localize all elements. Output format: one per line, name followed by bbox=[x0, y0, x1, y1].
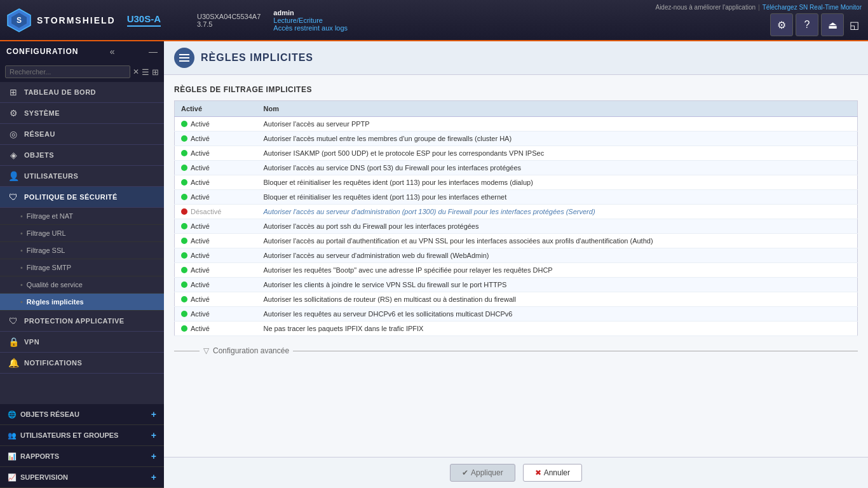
rule-name: Autoriser l'accès au port ssh du Firewal… bbox=[257, 219, 858, 234]
status-dot bbox=[181, 150, 187, 156]
status-cell: Activé bbox=[175, 132, 257, 146]
supervision-icon: 📈 bbox=[8, 473, 17, 482]
objets-reseau-label: OBJETS RÉSEAU bbox=[20, 410, 79, 418]
advanced-config-section: ▽ Configuration avancée bbox=[174, 346, 858, 355]
main-layout: CONFIGURATION « — ✕ ☰ ⊞ ⊞ TABLEAU DE BOR… bbox=[0, 41, 868, 488]
sidebar-item-protection-applicative[interactable]: 🛡 PROTECTION APPLICATIVE bbox=[0, 311, 164, 332]
status-dot bbox=[181, 135, 187, 142]
stormshield-logo-icon: S bbox=[6, 8, 32, 33]
status-text: Activé bbox=[191, 266, 210, 274]
status-cell: Activé bbox=[175, 234, 257, 248]
col-name: Nom bbox=[257, 101, 858, 117]
table-row: ActivéAutoriser l'accès au port ssh du F… bbox=[175, 219, 858, 234]
grid-view-icon[interactable]: ⊞ bbox=[152, 67, 159, 77]
objets-reseau-add-icon[interactable]: + bbox=[151, 409, 156, 419]
rule-name: Autoriser l'accès au service DNS (port 5… bbox=[257, 161, 858, 175]
sidebar-item-objets[interactable]: ◈ OBJETS bbox=[0, 145, 164, 166]
status-dot bbox=[181, 238, 187, 244]
status-dot bbox=[181, 325, 187, 332]
status-text: Activé bbox=[191, 149, 210, 157]
politique-securite-label: POLITIQUE DE SÉCURITÉ bbox=[24, 193, 118, 201]
table-row: ActivéAutoriser les sollicitations de ro… bbox=[175, 292, 858, 307]
settings-icon-btn[interactable]: ⚙ bbox=[770, 13, 793, 36]
sidebar-minimize-icon[interactable]: — bbox=[149, 46, 158, 57]
status-cell: Activé bbox=[175, 307, 257, 322]
sidebar-item-vpn[interactable]: 🔒 VPN bbox=[0, 332, 164, 353]
sidebar-item-reseau[interactable]: ◎ RÉSEAU bbox=[0, 124, 164, 145]
apply-check-icon: ✔ bbox=[462, 468, 468, 477]
header-right: Aidez-nous à améliorer l'application | T… bbox=[655, 4, 862, 36]
header-center: U30SXA04C5534A7 3.7.5 bbox=[197, 13, 261, 28]
utilisateurs-label: UTILISATEURS bbox=[24, 172, 78, 180]
utilisateurs-groupes-add-icon[interactable]: + bbox=[151, 430, 156, 440]
sidebar-sub-filtrage-ssl[interactable]: Filtrage SSL bbox=[0, 242, 164, 259]
politique-securite-icon: 🛡 bbox=[8, 192, 19, 202]
logo-text: STORMSHIELD bbox=[37, 15, 116, 25]
sidebar-item-politique-securite[interactable]: 🛡 POLITIQUE DE SÉCURITÉ bbox=[0, 187, 164, 208]
sidebar-sub-qualite-service[interactable]: Qualité de service bbox=[0, 276, 164, 294]
sidebar-item-utilisateurs[interactable]: 👤 UTILISATEURS bbox=[0, 166, 164, 187]
table-row: ActivéAutoriser les requêtes "Bootp" ave… bbox=[175, 263, 858, 278]
search-input[interactable] bbox=[5, 65, 130, 78]
lecture-ecriture-link[interactable]: Lecture/Ecriture bbox=[273, 17, 348, 24]
rule-name: Autoriser les requêtes "Bootp" avec une … bbox=[257, 263, 858, 278]
status-cell: Activé bbox=[175, 190, 257, 205]
advanced-config-label: Configuration avancée bbox=[213, 346, 289, 355]
sidebar: CONFIGURATION « — ✕ ☰ ⊞ ⊞ TABLEAU DE BOR… bbox=[0, 41, 164, 488]
cancel-x-icon: ✖ bbox=[535, 468, 541, 477]
sidebar-bottom-rapports[interactable]: 📊 RAPPORTS + bbox=[0, 446, 164, 467]
status-dot bbox=[181, 179, 187, 186]
utilisateurs-groupes-label: UTILISATEURS ET GROUPES bbox=[20, 431, 118, 439]
qualite-service-label: Qualité de service bbox=[27, 281, 83, 288]
table-row: ActivéAutoriser l'accès au portail d'aut… bbox=[175, 234, 858, 248]
list-view-icon[interactable]: ☰ bbox=[142, 67, 149, 77]
filtrage-nat-label: Filtrage et NAT bbox=[27, 212, 73, 220]
apply-button[interactable]: ✔ Appliquer bbox=[450, 464, 515, 482]
status-dot bbox=[181, 165, 187, 171]
vpn-icon: 🔒 bbox=[8, 337, 19, 347]
cancel-button[interactable]: ✖ Annuler bbox=[523, 464, 582, 482]
sidebar-item-systeme[interactable]: ⚙ SYSTÈME bbox=[0, 103, 164, 124]
search-clear-icon[interactable]: ✕ bbox=[133, 67, 139, 76]
sidebar-bottom-objets-reseau[interactable]: 🌐 OBJETS RÉSEAU + bbox=[0, 404, 164, 425]
status-dot bbox=[181, 121, 187, 127]
status-text: Activé bbox=[191, 135, 210, 142]
logout-icon-btn[interactable]: ⏏ bbox=[821, 13, 844, 36]
status-text: Activé bbox=[191, 193, 210, 201]
resize-icon-btn[interactable]: ◱ bbox=[846, 13, 862, 36]
table-row: DésactivéAutoriser l'accès au serveur d'… bbox=[175, 205, 858, 219]
table-row: ActivéNe pas tracer les paquets IPFIX da… bbox=[175, 322, 858, 336]
status-cell: Activé bbox=[175, 161, 257, 175]
sidebar-sub-filtrage-nat[interactable]: Filtrage et NAT bbox=[0, 208, 164, 225]
status-cell: Activé bbox=[175, 248, 257, 263]
sidebar-item-notifications[interactable]: 🔔 NOTIFICATIONS bbox=[0, 353, 164, 374]
sidebar-sub-filtrage-url[interactable]: Filtrage URL bbox=[0, 225, 164, 242]
header-user: admin Lecture/Ecriture Accès restreint a… bbox=[273, 9, 348, 32]
sidebar-item-tableau-de-bord[interactable]: ⊞ TABLEAU DE BORD bbox=[0, 82, 164, 103]
objets-icon: ◈ bbox=[8, 150, 19, 160]
protection-applicative-icon: 🛡 bbox=[8, 316, 19, 326]
network-icon: 🌐 bbox=[8, 410, 17, 419]
sidebar-bottom-utilisateurs-groupes[interactable]: 👥 UTILISATEURS ET GROUPES + bbox=[0, 425, 164, 446]
sidebar-bottom-supervision[interactable]: 📈 SUPERVISION + bbox=[0, 467, 164, 488]
svg-text:S: S bbox=[17, 16, 22, 25]
status-text: Activé bbox=[191, 295, 210, 303]
content-body: RÈGLES DE FILTRAGE IMPLICITES Activé Nom… bbox=[164, 75, 868, 457]
table-row: ActivéAutoriser l'accès au serveur d'adm… bbox=[175, 248, 858, 263]
download-monitor-link[interactable]: Téléchargez SN Real-Time Monitor bbox=[763, 4, 862, 11]
notifications-label: NOTIFICATIONS bbox=[24, 359, 82, 367]
header: S STORMSHIELD U30S-A U30SXA04C5534A7 3.7… bbox=[0, 0, 868, 41]
status-dot bbox=[181, 223, 187, 229]
help-icon-btn[interactable]: ? bbox=[796, 13, 818, 36]
supervision-add-icon[interactable]: + bbox=[151, 472, 156, 482]
table-row: ActivéAutoriser ISAKMP (port 500 UDP) et… bbox=[175, 146, 858, 161]
rapports-add-icon[interactable]: + bbox=[151, 451, 156, 461]
rapports-label: RAPPORTS bbox=[20, 452, 59, 460]
sidebar-collapse-icon[interactable]: « bbox=[110, 46, 115, 57]
users-icon: 👥 bbox=[8, 431, 17, 440]
sidebar-sub-regles-implicites[interactable]: Règles implicites bbox=[0, 294, 164, 311]
acces-logs-link[interactable]: Accès restreint aux logs bbox=[273, 24, 348, 32]
table-row: ActivéBloquer et réinitialiser les requê… bbox=[175, 175, 858, 190]
chevron-down-icon: ▽ bbox=[203, 346, 209, 355]
sidebar-sub-filtrage-smtp[interactable]: Filtrage SMTP bbox=[0, 259, 164, 276]
